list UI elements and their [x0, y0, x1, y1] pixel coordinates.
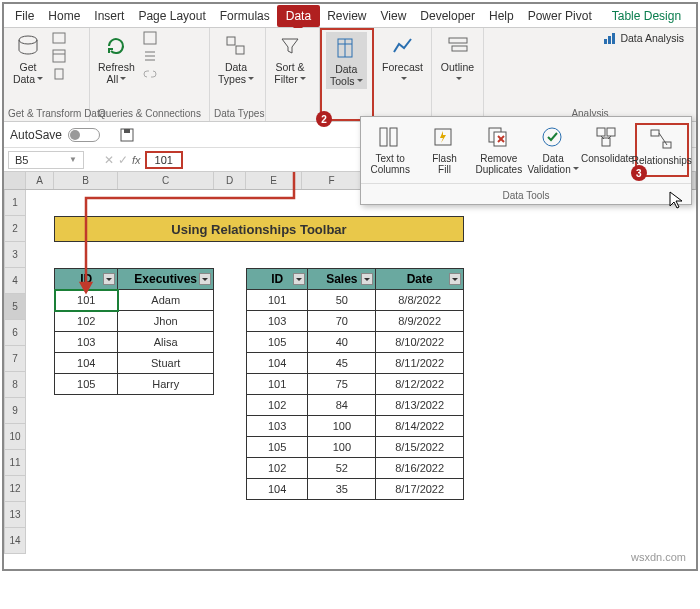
- from-table-button[interactable]: [50, 48, 68, 64]
- menu-home[interactable]: Home: [41, 7, 87, 25]
- spreadsheet-grid[interactable]: A B C D E F G H 1 2 3 4 5 6 7 8 9 10 11 …: [4, 172, 696, 569]
- menu-view[interactable]: View: [374, 7, 414, 25]
- menu-data-label: Data: [286, 9, 311, 23]
- menu-power-pivot[interactable]: Power Pivot: [521, 7, 599, 25]
- consolidate-icon: [594, 125, 620, 151]
- col-A[interactable]: A: [26, 172, 54, 189]
- row-7[interactable]: 7: [4, 346, 26, 372]
- menu-table-design[interactable]: Table Design: [605, 7, 688, 25]
- table-row: 1031008/14/2022: [247, 416, 464, 437]
- menu-formulas[interactable]: Formulas: [213, 7, 277, 25]
- ribbon: Get Data Get & Transform Data Refresh Al…: [4, 28, 696, 122]
- svg-rect-18: [612, 33, 615, 44]
- t2-header-date[interactable]: Date: [376, 269, 464, 290]
- outline-button[interactable]: Outline: [436, 30, 479, 87]
- outline-icon: [444, 32, 472, 60]
- cancel-icon[interactable]: ✕: [104, 153, 114, 167]
- recent-sources-button[interactable]: [50, 66, 68, 82]
- data-types-icon: [222, 32, 250, 60]
- select-all-corner[interactable]: [4, 172, 26, 189]
- col-F[interactable]: F: [302, 172, 362, 189]
- filter-drop-icon[interactable]: [449, 273, 461, 285]
- text-to-columns-button[interactable]: Text to Columns: [363, 123, 417, 177]
- data-types-button[interactable]: Data Types: [214, 30, 258, 87]
- filter-drop-icon[interactable]: [199, 273, 211, 285]
- flash-fill-icon: [431, 125, 457, 151]
- col-E[interactable]: E: [246, 172, 302, 189]
- executives-table[interactable]: ID Executives 101Adam 102Jhon 103Alisa 1…: [54, 268, 214, 395]
- row-3[interactable]: 3: [4, 242, 26, 268]
- sales-table[interactable]: ID Sales Date 101508/8/2022 103708/9/202…: [246, 268, 464, 500]
- menu-page-layout[interactable]: Page Layout: [131, 7, 212, 25]
- data-validation-button[interactable]: Data Validation: [526, 123, 580, 177]
- chart-icon: [603, 31, 617, 45]
- t1-header-id[interactable]: ID: [55, 269, 118, 290]
- svg-rect-5: [144, 32, 156, 44]
- row-13[interactable]: 13: [4, 502, 26, 528]
- row-11[interactable]: 11: [4, 450, 26, 476]
- autosave-toggle[interactable]: [68, 128, 100, 142]
- menu-developer[interactable]: Developer: [413, 7, 482, 25]
- menu-file[interactable]: File: [8, 7, 41, 25]
- filter-drop-icon[interactable]: [361, 273, 373, 285]
- flash-fill-button[interactable]: Flash Fill: [417, 123, 471, 177]
- filter-drop-icon[interactable]: [293, 273, 305, 285]
- col-B[interactable]: B: [54, 172, 118, 189]
- group-label-get-transform: Get & Transform Data: [8, 107, 85, 121]
- refresh-icon: [102, 32, 130, 60]
- t2-header-sales[interactable]: Sales: [308, 269, 376, 290]
- cell-B5[interactable]: 101: [55, 290, 118, 311]
- refresh-all-button[interactable]: Refresh All: [94, 30, 139, 87]
- consolidate-button[interactable]: Consolidate: [580, 123, 634, 177]
- remove-duplicates-button[interactable]: Remove Duplicates: [472, 123, 526, 177]
- edit-links-button[interactable]: [141, 66, 159, 82]
- t1-header-executives[interactable]: Executives: [118, 269, 214, 290]
- svg-rect-34: [651, 130, 659, 136]
- sheet-title: Using Relationships Toolbar: [54, 216, 464, 242]
- row-8[interactable]: 8: [4, 372, 26, 398]
- row-2[interactable]: 2: [4, 216, 26, 242]
- menu-review[interactable]: Review: [320, 7, 373, 25]
- queries-button[interactable]: [141, 30, 159, 46]
- text-columns-icon: [377, 125, 403, 151]
- col-D[interactable]: D: [214, 172, 246, 189]
- row-12[interactable]: 12: [4, 476, 26, 502]
- menu-help[interactable]: Help: [482, 7, 521, 25]
- forecast-button[interactable]: Forecast: [378, 30, 427, 87]
- save-icon[interactable]: [118, 127, 136, 143]
- fx-icon[interactable]: fx: [132, 154, 141, 166]
- data-analysis-button[interactable]: Data Analysis: [601, 30, 686, 46]
- row-5[interactable]: 5: [4, 294, 26, 320]
- table-row: 104Stuart: [55, 353, 214, 374]
- data-tools-button[interactable]: Data Tools: [326, 32, 367, 89]
- svg-rect-16: [604, 39, 607, 44]
- watermark: wsxdn.com: [631, 551, 686, 563]
- row-6[interactable]: 6: [4, 320, 26, 346]
- menu-data[interactable]: Data 1: [277, 5, 320, 27]
- name-box[interactable]: B5 ▼: [8, 151, 84, 169]
- table-row: 104458/11/2022: [247, 353, 464, 374]
- row-1[interactable]: 1: [4, 190, 26, 216]
- properties-button[interactable]: [141, 48, 159, 64]
- table-row: 103Alisa: [55, 332, 214, 353]
- svg-rect-1: [53, 33, 65, 43]
- row-14[interactable]: 14: [4, 528, 26, 554]
- t2-header-id[interactable]: ID: [247, 269, 308, 290]
- enter-icon[interactable]: ✓: [118, 153, 128, 167]
- svg-rect-9: [227, 37, 235, 45]
- row-4[interactable]: 4: [4, 268, 26, 294]
- row-10[interactable]: 10: [4, 424, 26, 450]
- get-data-button[interactable]: Get Data: [8, 30, 48, 87]
- row-9[interactable]: 9: [4, 398, 26, 424]
- database-icon: [14, 32, 42, 60]
- col-C[interactable]: C: [118, 172, 214, 189]
- sort-filter-button[interactable]: Sort & Filter: [270, 30, 310, 87]
- from-web-button[interactable]: [50, 30, 68, 46]
- filter-drop-icon[interactable]: [103, 273, 115, 285]
- data-tools-popup: Text to Columns Flash Fill Remove Duplic…: [360, 116, 692, 205]
- relationships-button[interactable]: Relationships 3: [635, 123, 689, 177]
- menu-bar: File Home Insert Page Layout Formulas Da…: [4, 4, 696, 28]
- formula-input[interactable]: 101: [145, 151, 183, 169]
- menu-insert[interactable]: Insert: [87, 7, 131, 25]
- table-row: 101Adam: [55, 290, 214, 311]
